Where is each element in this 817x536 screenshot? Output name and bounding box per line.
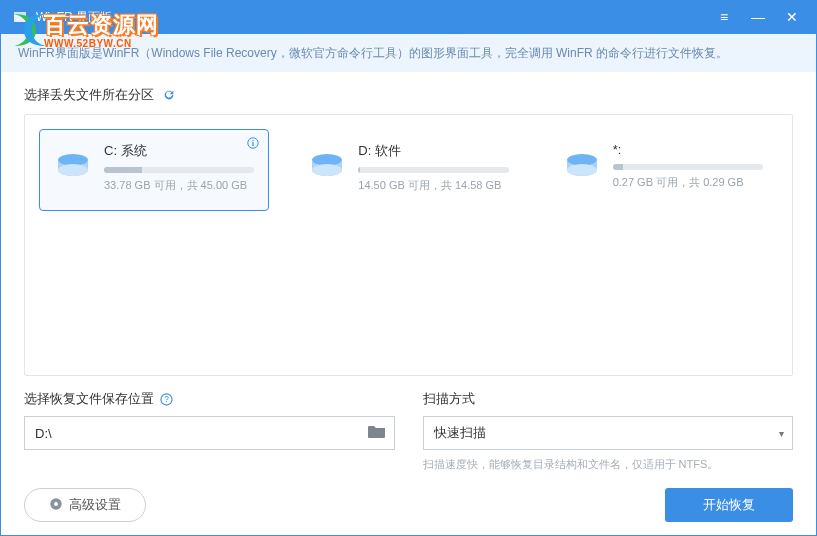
- drive-name: *:: [613, 142, 763, 157]
- save-location-label: 选择恢复文件保存位置 ?: [24, 390, 395, 408]
- close-button[interactable]: ✕: [775, 0, 809, 34]
- drive-list: C: 系统 33.78 GB 可用，共 45.00 GB D: 软件 14.50…: [24, 114, 793, 376]
- info-banner: WinFR界面版是WinFR（Windows File Recovery，微软官…: [0, 34, 817, 72]
- chevron-down-icon: ▾: [779, 428, 784, 439]
- browse-folder-icon[interactable]: [368, 424, 386, 443]
- advanced-settings-button[interactable]: 高级设置: [24, 488, 146, 522]
- svg-text:?: ?: [164, 394, 169, 404]
- drive-stat: 0.27 GB 可用，共 0.29 GB: [613, 175, 763, 190]
- disk-icon: [563, 148, 601, 186]
- drive-card[interactable]: *: 0.27 GB 可用，共 0.29 GB: [548, 129, 778, 211]
- drive-name: D: 软件: [358, 142, 508, 160]
- drive-name: C: 系统: [104, 142, 254, 160]
- usage-bar: [613, 164, 763, 170]
- svg-rect-1: [14, 12, 26, 15]
- svg-point-8: [312, 164, 342, 176]
- info-icon[interactable]: [246, 136, 260, 150]
- drive-stat: 33.78 GB 可用，共 45.00 GB: [104, 178, 254, 193]
- scan-mode-hint: 扫描速度快，能够恢复目录结构和文件名，仅适用于 NTFS。: [423, 457, 794, 472]
- gear-icon: [49, 497, 63, 514]
- disk-icon: [308, 148, 346, 186]
- svg-point-6: [58, 164, 88, 176]
- app-icon: [12, 9, 28, 25]
- svg-rect-3: [253, 142, 254, 146]
- save-location-input[interactable]: [35, 426, 368, 441]
- drive-card[interactable]: C: 系统 33.78 GB 可用，共 45.00 GB: [39, 129, 269, 211]
- usage-bar: [104, 167, 254, 173]
- scan-mode-label: 扫描方式: [423, 390, 794, 408]
- svg-point-10: [567, 164, 597, 176]
- scan-mode-value: 快速扫描: [434, 424, 780, 442]
- menu-button[interactable]: ≡: [707, 0, 741, 34]
- start-recovery-button[interactable]: 开始恢复: [665, 488, 793, 522]
- save-location-input-group: [24, 416, 395, 450]
- usage-bar: [358, 167, 508, 173]
- banner-text: WinFR界面版是WinFR（Windows File Recovery，微软官…: [18, 45, 728, 62]
- app-title: WinFR 界面版: [36, 9, 112, 26]
- drive-section-label: 选择丢失文件所在分区: [24, 86, 793, 104]
- titlebar: WinFR 界面版 ≡ — ✕: [0, 0, 817, 34]
- help-icon[interactable]: ?: [160, 393, 173, 406]
- minimize-button[interactable]: —: [741, 0, 775, 34]
- scan-mode-select[interactable]: 快速扫描 ▾: [423, 416, 794, 450]
- drive-card[interactable]: D: 软件 14.50 GB 可用，共 14.58 GB: [293, 129, 523, 211]
- refresh-icon[interactable]: [162, 88, 176, 102]
- drive-stat: 14.50 GB 可用，共 14.58 GB: [358, 178, 508, 193]
- svg-rect-4: [253, 140, 254, 141]
- disk-icon: [54, 148, 92, 186]
